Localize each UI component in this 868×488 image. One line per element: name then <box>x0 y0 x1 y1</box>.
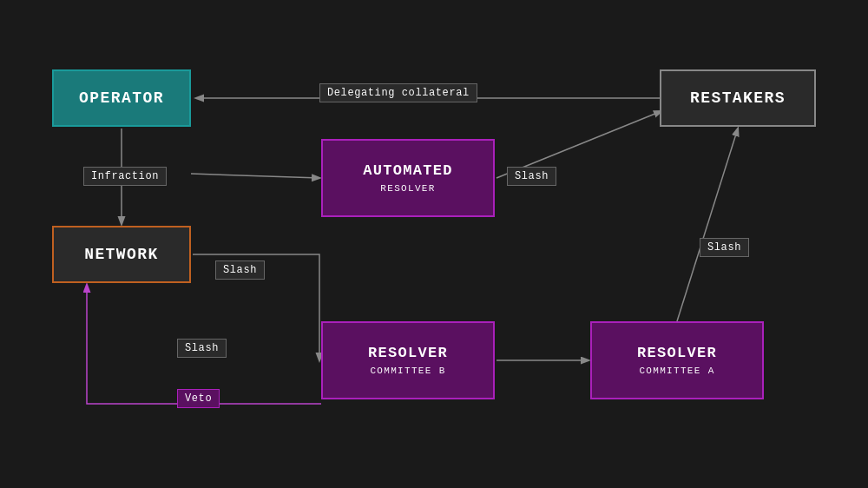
resolver-b-title: RESOLVER <box>368 344 448 363</box>
diagram: OPERATOR RESTAKERS NETWORK AUTOMATED RES… <box>0 0 868 488</box>
automated-resolver-subtitle: RESOLVER <box>363 182 452 195</box>
automated-resolver-title: AUTOMATED <box>363 162 452 181</box>
resolver-a-node: RESOLVER COMMITTEE A <box>590 321 764 399</box>
svg-line-2 <box>191 174 319 178</box>
resolver-a-subtitle: COMMITTEE A <box>637 365 717 377</box>
restakers-label: RESTAKERS <box>690 89 786 107</box>
network-node: NETWORK <box>52 226 191 283</box>
restakers-node: RESTAKERS <box>660 69 816 127</box>
slash-automated-label: Slash <box>507 167 556 186</box>
resolver-b-subtitle: COMMITTEE B <box>368 365 448 377</box>
automated-resolver-node: AUTOMATED RESOLVER <box>321 139 495 217</box>
infraction-label: Infraction <box>83 167 167 186</box>
veto-label: Veto <box>177 389 220 408</box>
operator-label: OPERATOR <box>79 89 164 107</box>
slash-resolver-b-label: Slash <box>177 339 227 358</box>
slash-network-label: Slash <box>215 260 265 280</box>
delegating-collateral-label: Delegating collateral <box>319 83 477 102</box>
resolver-a-title: RESOLVER <box>637 344 717 363</box>
network-label: NETWORK <box>84 246 159 263</box>
resolver-b-node: RESOLVER COMMITTEE B <box>321 321 495 399</box>
svg-line-5 <box>677 129 738 321</box>
slash-resolver-a-label: Slash <box>700 238 749 257</box>
operator-node: OPERATOR <box>52 69 191 127</box>
